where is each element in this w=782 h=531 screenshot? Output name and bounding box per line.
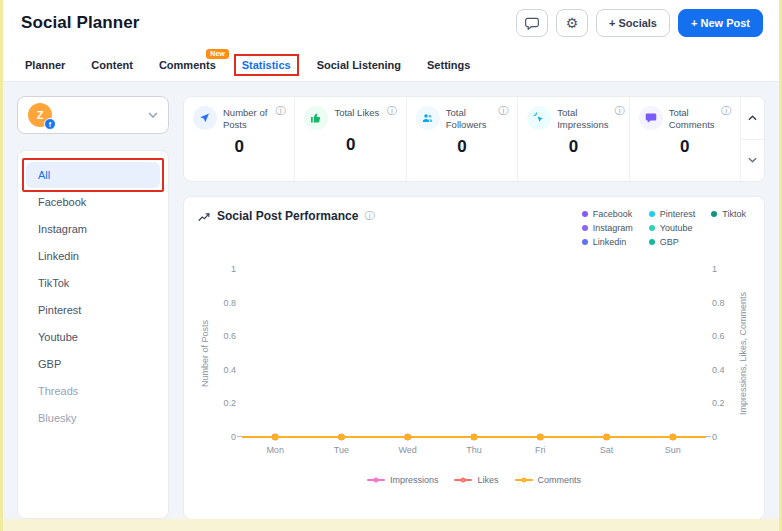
- chevron-up-icon: [748, 115, 757, 121]
- feedback-button[interactable]: [516, 9, 548, 37]
- avatar: Z f: [28, 103, 52, 127]
- series-legend-comments[interactable]: Comments: [515, 475, 582, 485]
- stat-value: 0: [304, 135, 396, 155]
- legend-item-gbp[interactable]: GBP: [649, 237, 696, 247]
- legend-item-youtube[interactable]: Youtube: [649, 223, 696, 233]
- info-icon[interactable]: ⓘ: [387, 106, 397, 116]
- scroll-up-button[interactable]: [740, 97, 764, 140]
- chevron-down-icon: [748, 157, 757, 163]
- y-tick-label: 0: [712, 432, 717, 442]
- tab-social-listening[interactable]: Social Listening: [317, 59, 401, 71]
- legend-dot: [582, 225, 588, 231]
- sidebar-item-gbp[interactable]: GBP: [26, 351, 160, 377]
- x-tick-label: Sat: [573, 445, 639, 455]
- channel-sidebar: Z f All Facebook Instagram Linkedin TikT…: [17, 96, 169, 519]
- info-icon[interactable]: ⓘ: [275, 106, 285, 116]
- legend-label: Facebook: [593, 209, 633, 219]
- sidebar-item-all[interactable]: All: [26, 162, 160, 188]
- series-marker: [454, 476, 472, 484]
- trending-up-icon: [198, 211, 211, 222]
- info-icon[interactable]: ⓘ: [614, 106, 624, 116]
- x-tick-label: Mon: [242, 445, 308, 455]
- social-planner-page: Social Planner ⚙ + Socials + New Post Pl…: [0, 0, 782, 531]
- series-marker: [367, 476, 385, 484]
- sidebar-item-threads: Threads: [26, 378, 160, 404]
- page-title: Social Planner: [21, 13, 140, 33]
- y-tick-label: 0.6: [712, 331, 725, 341]
- legend-dot: [582, 211, 588, 217]
- legend-item-linkedin[interactable]: Linkedin: [582, 237, 633, 247]
- sidebar-item-pinterest[interactable]: Pinterest: [26, 297, 160, 323]
- tab-comments[interactable]: Comments New: [159, 59, 216, 71]
- chart-plot-region: Number of Posts 00.20.40.60.81 00.20.40.…: [198, 269, 750, 455]
- users-icon: [416, 106, 440, 130]
- x-tick-label: Wed: [375, 445, 441, 455]
- stat-total-likes: Total Likes ⓘ 0: [295, 97, 406, 181]
- y-axis-title-left: Number of Posts: [198, 269, 212, 437]
- stat-label: Total Followers: [446, 106, 492, 132]
- y-tick-label: 1: [712, 264, 717, 274]
- account-dropdown[interactable]: Z f: [17, 96, 169, 134]
- legend-label: GBP: [660, 237, 679, 247]
- y-tick-label: 0.6: [223, 331, 236, 341]
- x-tick-label: Fri: [507, 445, 573, 455]
- stat-label: Total Comments: [669, 106, 715, 132]
- tab-bar: Planner Content Comments New Statistics …: [3, 44, 779, 82]
- tab-planner[interactable]: Planner: [25, 59, 65, 71]
- legend-item-pinterest[interactable]: Pinterest: [649, 209, 696, 219]
- sidebar-item-linkedin[interactable]: Linkedin: [26, 243, 160, 269]
- y-tick-label: 0.2: [712, 398, 725, 408]
- legend-item-tiktok[interactable]: Tiktok: [711, 209, 746, 219]
- tab-statistics[interactable]: Statistics: [242, 59, 291, 71]
- stat-number-of-posts: Number of Posts ⓘ 0: [184, 97, 295, 181]
- new-badge: New: [206, 49, 228, 59]
- legend-dot: [711, 211, 717, 217]
- sidebar-item-facebook[interactable]: Facebook: [26, 189, 160, 215]
- networks-legend: FacebookInstagramLinkedinPinterestYoutub…: [582, 209, 750, 247]
- y-tick-label: 0.4: [223, 365, 236, 375]
- sidebar-item-tiktok[interactable]: TikTok: [26, 270, 160, 296]
- add-socials-button[interactable]: + Socials: [596, 9, 670, 37]
- info-icon[interactable]: ⓘ: [721, 106, 731, 116]
- stat-label: Total Likes: [334, 106, 379, 119]
- sidebar-item-youtube[interactable]: Youtube: [26, 324, 160, 350]
- series-label: Comments: [538, 475, 582, 485]
- stat-total-impressions: Total Impressions ⓘ 0: [518, 97, 629, 181]
- chart-title: Social Post Performance: [217, 209, 358, 223]
- stat-label: Total Impressions: [557, 106, 608, 132]
- tab-comments-label: Comments: [159, 59, 216, 71]
- sidebar-item-instagram[interactable]: Instagram: [26, 216, 160, 242]
- legend-item-instagram[interactable]: Instagram: [582, 223, 633, 233]
- series-legend-likes[interactable]: Likes: [454, 475, 498, 485]
- legend-label: Instagram: [593, 223, 633, 233]
- tab-content[interactable]: Content: [91, 59, 133, 71]
- y-tick-label: 0.2: [223, 398, 236, 408]
- legend-item-facebook[interactable]: Facebook: [582, 209, 633, 219]
- settings-button[interactable]: ⚙: [556, 9, 588, 37]
- legend-label: Youtube: [660, 223, 693, 233]
- x-tick-label: Sun: [640, 445, 706, 455]
- stat-label: Number of Posts: [223, 106, 269, 132]
- info-icon[interactable]: ⓘ: [498, 106, 508, 116]
- stats-summary-card: Number of Posts ⓘ 0 Total Likes ⓘ 0: [183, 96, 765, 182]
- channel-list: All Facebook Instagram Linkedin TikTok P…: [17, 150, 169, 519]
- yellow-highlight-strip: [3, 519, 779, 531]
- legend-label: Pinterest: [660, 209, 696, 219]
- legend-dot: [582, 239, 588, 245]
- stats-scroll-controls: [740, 97, 764, 181]
- header-actions: ⚙ + Socials + New Post: [516, 9, 763, 37]
- y-axis-right: 00.20.40.60.81: [706, 269, 736, 437]
- series-legend-impressions[interactable]: Impressions: [367, 475, 439, 485]
- info-icon[interactable]: ⓘ: [364, 211, 374, 221]
- tab-settings[interactable]: Settings: [427, 59, 470, 71]
- cursor-click-icon: [527, 106, 551, 130]
- scroll-down-button[interactable]: [740, 140, 764, 182]
- social-post-performance-card: Social Post Performance ⓘ FacebookInstag…: [183, 196, 765, 519]
- legend-label: Tiktok: [722, 209, 746, 219]
- new-post-button[interactable]: + New Post: [678, 9, 763, 37]
- stat-value: 0: [639, 137, 731, 157]
- chevron-down-icon: [148, 112, 158, 118]
- stat-total-comments: Total Comments ⓘ 0: [630, 97, 740, 181]
- stat-total-followers: Total Followers ⓘ 0: [407, 97, 518, 181]
- content-area: Z f All Facebook Instagram Linkedin TikT…: [3, 82, 779, 519]
